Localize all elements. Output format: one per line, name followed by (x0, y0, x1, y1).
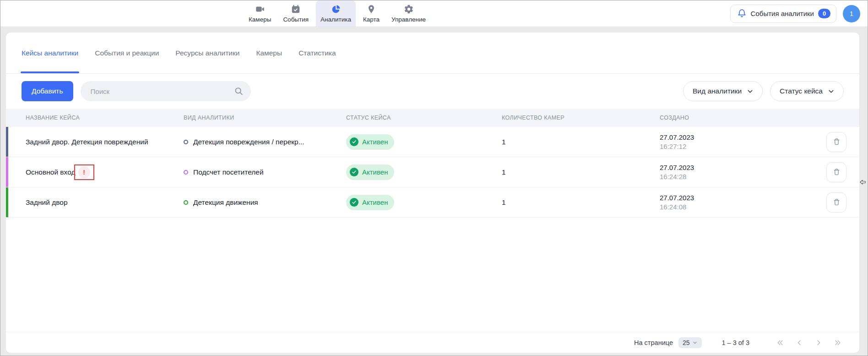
column-header-camera-count: КОЛИЧЕСТВО КАМЕР (502, 115, 660, 121)
nav-item-label: События (283, 16, 309, 23)
search-input[interactable] (81, 81, 251, 101)
tab-analytics-cases[interactable]: Кейсы аналитики (22, 33, 78, 73)
chevron-right-icon (814, 339, 823, 347)
analytics-events-label: События аналитики (751, 10, 814, 17)
case-status-filter-label: Статус кейса (780, 87, 823, 95)
created-time: 16:24:28 (660, 172, 804, 181)
camera-count: 1 (502, 198, 506, 206)
check-circle-icon (350, 168, 358, 176)
nav-item-analytics[interactable]: Аналитика (316, 0, 356, 27)
case-name: Задний двор. Детекция повреждений (26, 138, 148, 146)
nav-item-cameras[interactable]: Камеры (244, 0, 276, 27)
per-page-label: На странице (634, 339, 673, 346)
pie-chart-icon (331, 4, 341, 15)
events-count-badge: 0 (818, 9, 830, 18)
nav-item-events[interactable]: События (278, 0, 313, 27)
last-page-button[interactable] (834, 339, 842, 347)
first-page-button[interactable] (776, 339, 784, 347)
status-badge: Активен (346, 195, 394, 210)
case-color-bar (6, 157, 8, 187)
case-color-bar (6, 187, 8, 217)
analytics-type-filter[interactable]: Вид аналитики (683, 81, 763, 101)
double-chevron-left-icon (776, 339, 784, 347)
main-navigation: Камеры События Аналитика Карта (244, 0, 430, 27)
case-status-filter[interactable]: Статус кейса (770, 81, 844, 101)
trash-icon (832, 167, 841, 177)
camera-count: 1 (502, 168, 506, 176)
user-avatar[interactable]: 1 (843, 5, 860, 22)
analytics-type-dot (184, 170, 188, 175)
analytics-type-filter-label: Вид аналитики (693, 87, 742, 95)
toolbar: Добавить Вид аналитики Статус кейса (6, 74, 859, 109)
mouse-cursor (859, 179, 866, 187)
trash-icon (832, 197, 841, 207)
table-row[interactable]: Задний двор. Детекция повреждений Детекц… (6, 127, 859, 157)
column-header-created: СОЗДАНО (660, 115, 804, 121)
camera-count: 1 (502, 138, 506, 146)
tab-analytics-resources[interactable]: Ресурсы аналитики (175, 33, 239, 73)
column-header-analytics-type: ВИД АНАЛИТИКИ (184, 115, 346, 121)
check-circle-icon (350, 198, 358, 207)
tab-statistics[interactable]: Статистика (298, 33, 336, 73)
delete-case-button[interactable] (826, 192, 846, 213)
pagination-bar: На странице 25 1 – 3 of 3 (6, 332, 859, 353)
case-name: Основной вход (26, 168, 76, 176)
analytics-events-button[interactable]: События аналитики 0 (730, 5, 836, 23)
nav-item-map[interactable]: Карта (358, 0, 384, 27)
add-case-button[interactable]: Добавить (22, 81, 73, 101)
section-tabs: Кейсы аналитики События и реакции Ресурс… (6, 33, 859, 74)
analytics-type-dot (184, 140, 188, 144)
tab-cameras[interactable]: Камеры (256, 33, 282, 73)
trash-icon (832, 137, 841, 147)
analytics-cases-panel: Кейсы аналитики События и реакции Ресурс… (6, 33, 859, 353)
prev-page-button[interactable] (795, 339, 803, 347)
nav-item-label: Аналитика (320, 16, 351, 23)
chevron-down-icon (692, 340, 698, 345)
table-row[interactable]: Задний двор Детекция движения Активен 1 … (6, 187, 859, 218)
status-badge: Активен (346, 134, 394, 150)
status-label: Активен (362, 198, 388, 206)
warning-icon: ! (78, 166, 90, 178)
analytics-type-label: Детекция движения (193, 198, 258, 207)
case-name: Задний двор (26, 198, 68, 207)
double-chevron-right-icon (834, 339, 842, 347)
per-page-value: 25 (683, 339, 690, 346)
created-date: 27.07.2023 (660, 133, 804, 142)
chevron-left-icon (795, 339, 803, 347)
pager-controls (776, 339, 842, 347)
analytics-type-dot (184, 200, 188, 205)
nav-item-label: Камеры (249, 16, 271, 23)
warning-highlight-box: ! (74, 164, 94, 180)
search-icon[interactable] (234, 87, 244, 96)
search-box (81, 81, 251, 101)
chevron-down-icon (746, 88, 754, 95)
camera-icon (255, 4, 265, 15)
table-row[interactable]: Основной вход ! Подсчет посетителей Акти… (6, 157, 859, 187)
app-window: Камеры События Аналитика Карта (0, 0, 868, 356)
created-time: 16:24:08 (660, 203, 804, 212)
check-circle-icon (350, 137, 358, 146)
status-label: Активен (362, 138, 388, 146)
created-time: 16:27:12 (660, 142, 804, 151)
created-date: 27.07.2023 (660, 193, 804, 203)
case-color-bar (6, 127, 8, 157)
bell-icon (737, 9, 747, 18)
map-pin-icon (366, 4, 376, 15)
analytics-type-label: Детекция повреждения / перекр... (193, 138, 304, 146)
tab-events-reactions[interactable]: События и реакции (95, 33, 159, 73)
calendar-check-icon (291, 4, 301, 15)
nav-item-management[interactable]: Управление (387, 0, 430, 27)
status-badge: Активен (346, 164, 394, 180)
top-right-controls: События аналитики 0 1 (730, 5, 860, 23)
column-header-case-name: НАЗВАНИЕ КЕЙСА (6, 115, 184, 121)
delete-case-button[interactable] (826, 132, 846, 152)
per-page-select[interactable]: 25 (678, 337, 702, 348)
delete-case-button[interactable] (826, 162, 846, 182)
chevron-down-icon (827, 88, 835, 95)
next-page-button[interactable] (814, 339, 823, 347)
nav-item-label: Карта (363, 16, 380, 23)
status-label: Активен (362, 168, 388, 176)
column-header-case-status: СТАТУС КЕЙСА (346, 115, 502, 121)
top-bar: Камеры События Аналитика Карта (0, 0, 868, 27)
analytics-type-label: Подсчет посетителей (193, 168, 264, 176)
